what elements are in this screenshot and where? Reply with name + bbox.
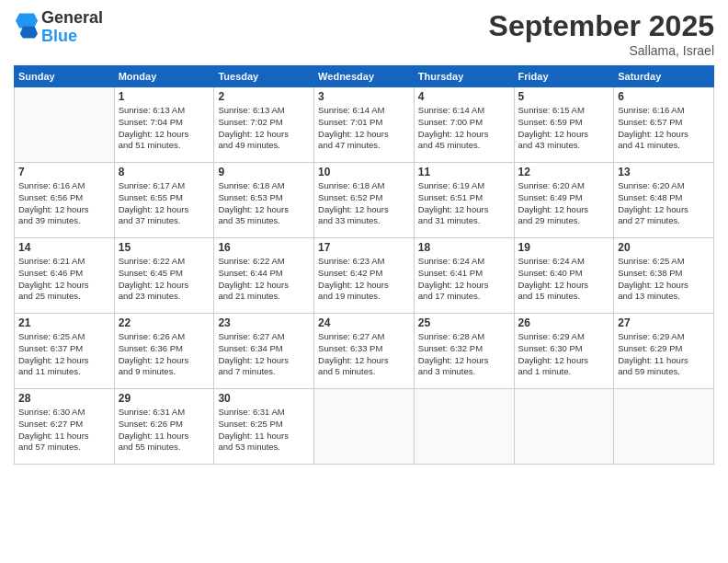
calendar-cell bbox=[414, 389, 514, 465]
day-number: 27 bbox=[618, 316, 710, 329]
day-info: Sunrise: 6:20 AMSunset: 6:48 PMDaylight:… bbox=[618, 180, 710, 227]
month-title: September 2025 bbox=[489, 9, 714, 43]
calendar-cell: 24Sunrise: 6:27 AMSunset: 6:33 PMDayligh… bbox=[314, 314, 415, 389]
calendar-week-row: 14Sunrise: 6:21 AMSunset: 6:46 PMDayligh… bbox=[15, 238, 714, 314]
calendar-cell: 20Sunrise: 6:25 AMSunset: 6:38 PMDayligh… bbox=[614, 238, 714, 314]
calendar-cell: 21Sunrise: 6:25 AMSunset: 6:37 PMDayligh… bbox=[15, 314, 115, 389]
header: General Blue September 2025 Sallama, Isr… bbox=[14, 9, 714, 58]
day-info: Sunrise: 6:24 AMSunset: 6:40 PMDaylight:… bbox=[518, 256, 610, 303]
day-info: Sunrise: 6:16 AMSunset: 6:57 PMDaylight:… bbox=[618, 105, 710, 152]
calendar-cell: 18Sunrise: 6:24 AMSunset: 6:41 PMDayligh… bbox=[414, 238, 514, 314]
day-number: 3 bbox=[318, 90, 410, 103]
calendar-cell: 14Sunrise: 6:21 AMSunset: 6:46 PMDayligh… bbox=[15, 238, 115, 314]
day-number: 1 bbox=[119, 90, 210, 103]
logo-text: General Blue bbox=[41, 9, 103, 46]
col-saturday: Saturday bbox=[614, 66, 714, 87]
day-number: 14 bbox=[18, 241, 110, 254]
day-number: 28 bbox=[18, 392, 110, 405]
day-info: Sunrise: 6:23 AMSunset: 6:42 PMDaylight:… bbox=[318, 256, 410, 303]
day-info: Sunrise: 6:14 AMSunset: 7:01 PMDaylight:… bbox=[318, 105, 410, 152]
calendar-cell: 12Sunrise: 6:20 AMSunset: 6:49 PMDayligh… bbox=[514, 163, 614, 238]
calendar-cell: 3Sunrise: 6:14 AMSunset: 7:01 PMDaylight… bbox=[314, 87, 415, 163]
calendar-cell: 2Sunrise: 6:13 AMSunset: 7:02 PMDaylight… bbox=[214, 87, 314, 163]
day-number: 7 bbox=[18, 166, 110, 178]
day-info: Sunrise: 6:31 AMSunset: 6:26 PMDaylight:… bbox=[119, 407, 210, 454]
day-number: 4 bbox=[418, 90, 510, 103]
day-info: Sunrise: 6:17 AMSunset: 6:55 PMDaylight:… bbox=[119, 180, 210, 227]
day-number: 12 bbox=[518, 166, 610, 178]
day-info: Sunrise: 6:22 AMSunset: 6:45 PMDaylight:… bbox=[119, 256, 210, 303]
day-info: Sunrise: 6:21 AMSunset: 6:46 PMDaylight:… bbox=[18, 256, 110, 303]
day-info: Sunrise: 6:26 AMSunset: 6:36 PMDaylight:… bbox=[119, 331, 210, 378]
title-block: September 2025 Sallama, Israel bbox=[489, 9, 714, 58]
calendar-cell: 19Sunrise: 6:24 AMSunset: 6:40 PMDayligh… bbox=[514, 238, 614, 314]
calendar-cell: 10Sunrise: 6:18 AMSunset: 6:52 PMDayligh… bbox=[314, 163, 415, 238]
calendar-table: Sunday Monday Tuesday Wednesday Thursday… bbox=[14, 65, 714, 465]
day-info: Sunrise: 6:30 AMSunset: 6:27 PMDaylight:… bbox=[18, 407, 110, 454]
day-info: Sunrise: 6:18 AMSunset: 6:53 PMDaylight:… bbox=[218, 180, 310, 227]
calendar-cell bbox=[15, 87, 115, 163]
calendar-cell bbox=[314, 389, 415, 465]
calendar-week-row: 1Sunrise: 6:13 AMSunset: 7:04 PMDaylight… bbox=[15, 87, 714, 163]
calendar-cell: 22Sunrise: 6:26 AMSunset: 6:36 PMDayligh… bbox=[114, 314, 214, 389]
day-number: 16 bbox=[218, 241, 310, 254]
day-info: Sunrise: 6:22 AMSunset: 6:44 PMDaylight:… bbox=[218, 256, 310, 303]
logo-general: General bbox=[41, 8, 103, 27]
day-number: 20 bbox=[618, 241, 710, 254]
calendar-cell: 25Sunrise: 6:28 AMSunset: 6:32 PMDayligh… bbox=[414, 314, 514, 389]
day-info: Sunrise: 6:18 AMSunset: 6:52 PMDaylight:… bbox=[318, 180, 410, 227]
calendar-cell: 23Sunrise: 6:27 AMSunset: 6:34 PMDayligh… bbox=[214, 314, 314, 389]
day-number: 10 bbox=[318, 166, 410, 178]
day-info: Sunrise: 6:24 AMSunset: 6:41 PMDaylight:… bbox=[418, 256, 510, 303]
day-info: Sunrise: 6:20 AMSunset: 6:49 PMDaylight:… bbox=[518, 180, 610, 227]
calendar-cell: 11Sunrise: 6:19 AMSunset: 6:51 PMDayligh… bbox=[414, 163, 514, 238]
day-info: Sunrise: 6:27 AMSunset: 6:34 PMDaylight:… bbox=[218, 331, 310, 378]
day-info: Sunrise: 6:13 AMSunset: 7:04 PMDaylight:… bbox=[119, 105, 210, 152]
day-number: 26 bbox=[518, 316, 610, 329]
calendar-cell: 27Sunrise: 6:29 AMSunset: 6:29 PMDayligh… bbox=[614, 314, 714, 389]
col-thursday: Thursday bbox=[414, 66, 514, 87]
calendar-cell: 9Sunrise: 6:18 AMSunset: 6:53 PMDaylight… bbox=[214, 163, 314, 238]
calendar-cell: 4Sunrise: 6:14 AMSunset: 7:00 PMDaylight… bbox=[414, 87, 514, 163]
day-number: 2 bbox=[218, 90, 310, 103]
calendar-cell: 30Sunrise: 6:31 AMSunset: 6:25 PMDayligh… bbox=[214, 389, 314, 465]
day-info: Sunrise: 6:29 AMSunset: 6:30 PMDaylight:… bbox=[518, 331, 610, 378]
day-number: 24 bbox=[318, 316, 410, 329]
day-number: 23 bbox=[218, 316, 310, 329]
calendar-cell bbox=[614, 389, 714, 465]
day-info: Sunrise: 6:27 AMSunset: 6:33 PMDaylight:… bbox=[318, 331, 410, 378]
day-info: Sunrise: 6:13 AMSunset: 7:02 PMDaylight:… bbox=[218, 105, 310, 152]
location: Sallama, Israel bbox=[489, 43, 714, 58]
calendar-cell: 13Sunrise: 6:20 AMSunset: 6:48 PMDayligh… bbox=[614, 163, 714, 238]
col-wednesday: Wednesday bbox=[314, 66, 415, 87]
calendar-cell: 26Sunrise: 6:29 AMSunset: 6:30 PMDayligh… bbox=[514, 314, 614, 389]
calendar-cell: 1Sunrise: 6:13 AMSunset: 7:04 PMDaylight… bbox=[114, 87, 214, 163]
calendar-cell: 17Sunrise: 6:23 AMSunset: 6:42 PMDayligh… bbox=[314, 238, 415, 314]
calendar-cell: 7Sunrise: 6:16 AMSunset: 6:56 PMDaylight… bbox=[15, 163, 115, 238]
day-number: 18 bbox=[418, 241, 510, 254]
day-number: 15 bbox=[119, 241, 210, 254]
day-number: 13 bbox=[618, 166, 710, 178]
day-number: 11 bbox=[418, 166, 510, 178]
col-friday: Friday bbox=[514, 66, 614, 87]
day-number: 25 bbox=[418, 316, 510, 329]
day-number: 5 bbox=[518, 90, 610, 103]
calendar-cell: 29Sunrise: 6:31 AMSunset: 6:26 PMDayligh… bbox=[114, 389, 214, 465]
day-number: 8 bbox=[119, 166, 210, 178]
day-info: Sunrise: 6:25 AMSunset: 6:37 PMDaylight:… bbox=[18, 331, 110, 378]
day-info: Sunrise: 6:28 AMSunset: 6:32 PMDaylight:… bbox=[418, 331, 510, 378]
calendar-cell bbox=[514, 389, 614, 465]
day-number: 9 bbox=[218, 166, 310, 178]
day-info: Sunrise: 6:15 AMSunset: 6:59 PMDaylight:… bbox=[518, 105, 610, 152]
svg-marker-0 bbox=[16, 13, 38, 28]
calendar-cell: 16Sunrise: 6:22 AMSunset: 6:44 PMDayligh… bbox=[214, 238, 314, 314]
col-monday: Monday bbox=[114, 66, 214, 87]
calendar-cell: 15Sunrise: 6:22 AMSunset: 6:45 PMDayligh… bbox=[114, 238, 214, 314]
day-info: Sunrise: 6:29 AMSunset: 6:29 PMDaylight:… bbox=[618, 331, 710, 378]
calendar-cell: 28Sunrise: 6:30 AMSunset: 6:27 PMDayligh… bbox=[15, 389, 115, 465]
col-sunday: Sunday bbox=[15, 66, 115, 87]
day-number: 29 bbox=[119, 392, 210, 405]
day-number: 30 bbox=[218, 392, 310, 405]
day-info: Sunrise: 6:19 AMSunset: 6:51 PMDaylight:… bbox=[418, 180, 510, 227]
page: General Blue September 2025 Sallama, Isr… bbox=[0, 0, 728, 563]
